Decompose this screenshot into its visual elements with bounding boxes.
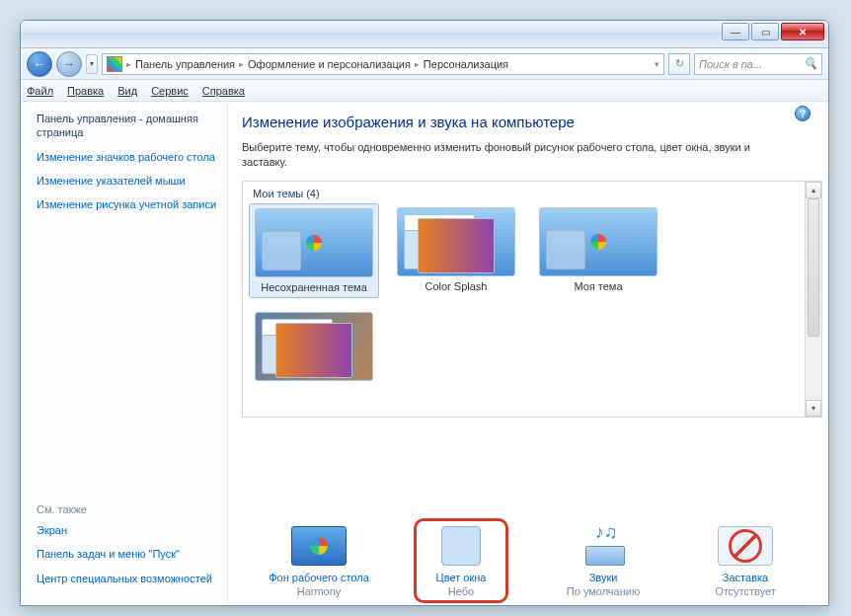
window-color-icon bbox=[441, 526, 481, 566]
address-bar[interactable]: ▸ Панель управления ▸ Оформление и персо… bbox=[102, 53, 664, 75]
breadcrumb-seg-2[interactable]: Оформление и персонализация bbox=[248, 58, 411, 70]
desktop-background-button[interactable]: Фон рабочего стола Harmony bbox=[250, 526, 388, 597]
search-input[interactable]: Поиск в па... 🔍 bbox=[694, 53, 822, 75]
bottom-sub: По умолчанию bbox=[534, 585, 672, 597]
window: — ▭ ✕ ← → ▾ ▸ Панель управления ▸ Оформл… bbox=[20, 20, 829, 606]
scroll-down-icon[interactable]: ▾ bbox=[806, 400, 821, 417]
breadcrumb-seg-3[interactable]: Персонализация bbox=[424, 58, 508, 70]
sidebar-link-display[interactable]: Экран bbox=[37, 523, 219, 537]
theme-item-extra[interactable] bbox=[249, 308, 379, 389]
minimize-button[interactable]: — bbox=[722, 23, 749, 40]
screensaver-button[interactable]: Заставка Отсутствует bbox=[676, 526, 814, 597]
main-panel: ? Изменение изображения и звука на компь… bbox=[228, 102, 828, 605]
theme-thumb-icon bbox=[255, 312, 373, 381]
sidebar-home-link[interactable]: Панель управления - домашняя страница bbox=[37, 112, 219, 140]
menu-help[interactable]: Справка bbox=[202, 85, 245, 97]
theme-item-color-splash[interactable]: Color Splash bbox=[391, 203, 521, 298]
theme-row bbox=[249, 308, 802, 389]
chevron-right-icon: ▸ bbox=[126, 59, 131, 69]
control-panel-icon bbox=[107, 56, 122, 72]
chevron-right-icon: ▸ bbox=[415, 59, 420, 69]
content: Панель управления - домашняя страница Из… bbox=[21, 102, 828, 605]
maximize-button[interactable]: ▭ bbox=[751, 23, 779, 40]
bottom-sub: Отсутствует bbox=[676, 585, 814, 597]
help-icon[interactable]: ? bbox=[795, 106, 811, 121]
theme-row: Несохраненная тема Color Splash Моя тема bbox=[249, 203, 802, 298]
theme-thumb-icon bbox=[255, 208, 373, 277]
menu-view[interactable]: Вид bbox=[117, 85, 137, 97]
theme-label: Color Splash bbox=[395, 280, 517, 292]
page-description: Выберите тему, чтобы одновременно измени… bbox=[242, 140, 755, 171]
scrollbar[interactable]: ▴ ▾ bbox=[805, 182, 821, 417]
back-button[interactable]: ← bbox=[27, 51, 52, 77]
sidebar-see-also: См. также bbox=[37, 503, 219, 515]
bottom-title: Цвет окна bbox=[392, 572, 530, 583]
theme-thumb-icon bbox=[397, 207, 515, 276]
close-button[interactable]: ✕ bbox=[781, 23, 824, 40]
bottom-title: Фон рабочего стола bbox=[250, 572, 388, 583]
titlebar: — ▭ ✕ bbox=[21, 21, 828, 48]
themes-group-label: Мои темы (4) bbox=[249, 188, 802, 199]
scroll-up-icon[interactable]: ▴ bbox=[806, 182, 821, 198]
history-dropdown[interactable]: ▾ bbox=[86, 54, 98, 74]
sounds-button[interactable]: Звуки По умолчанию bbox=[534, 526, 672, 597]
sidebar-link-pointers[interactable]: Изменение указателей мыши bbox=[37, 174, 219, 188]
menu-file[interactable]: Файл bbox=[27, 85, 53, 97]
theme-label: Моя тема bbox=[537, 280, 659, 292]
bottom-title: Звуки bbox=[534, 572, 672, 583]
themes-box: Мои темы (4) Несохраненная тема Color Sp… bbox=[242, 181, 822, 418]
sidebar-link-taskbar[interactable]: Панель задач и меню "Пуск" bbox=[37, 547, 219, 561]
search-icon: 🔍 bbox=[804, 57, 817, 70]
theme-label: Несохраненная тема bbox=[254, 281, 374, 293]
sidebar-link-accessibility[interactable]: Центр специальных возможностей bbox=[37, 572, 219, 585]
bottom-title: Заставка bbox=[676, 572, 814, 583]
sidebar: Панель управления - домашняя страница Из… bbox=[21, 102, 228, 605]
navbar: ← → ▾ ▸ Панель управления ▸ Оформление и… bbox=[21, 48, 828, 80]
desktop-background-icon bbox=[291, 526, 347, 566]
forward-button[interactable]: → bbox=[56, 51, 82, 77]
theme-item-my-theme[interactable]: Моя тема bbox=[533, 203, 663, 298]
bottom-sub: Небо bbox=[392, 585, 530, 597]
window-color-button[interactable]: Цвет окна Небо bbox=[392, 526, 530, 597]
breadcrumb-seg-1[interactable]: Панель управления bbox=[135, 58, 235, 70]
chevron-right-icon: ▸ bbox=[239, 59, 244, 69]
theme-thumb-icon bbox=[539, 207, 658, 276]
chevron-down-icon[interactable]: ▾ bbox=[655, 59, 659, 69]
theme-item-unsaved[interactable]: Несохраненная тема bbox=[249, 203, 379, 298]
bottom-row: Фон рабочего стола Harmony Цвет окна Неб… bbox=[242, 526, 822, 597]
sounds-icon bbox=[576, 526, 631, 566]
scroll-thumb[interactable] bbox=[808, 198, 819, 337]
page-title: Изменение изображения и звука на компьют… bbox=[242, 114, 822, 130]
screensaver-icon bbox=[718, 526, 773, 566]
bottom-sub: Harmony bbox=[250, 585, 388, 597]
sidebar-link-account-picture[interactable]: Изменение рисунка учетной записи bbox=[37, 197, 219, 211]
sidebar-link-desktop-icons[interactable]: Изменение значков рабочего стола bbox=[37, 150, 219, 164]
menu-edit[interactable]: Правка bbox=[67, 85, 104, 97]
menu-service[interactable]: Сервис bbox=[151, 85, 189, 97]
search-placeholder: Поиск в па... bbox=[699, 58, 762, 70]
menubar: Файл Правка Вид Сервис Справка bbox=[21, 80, 828, 102]
refresh-button[interactable]: ↻ bbox=[668, 53, 690, 75]
